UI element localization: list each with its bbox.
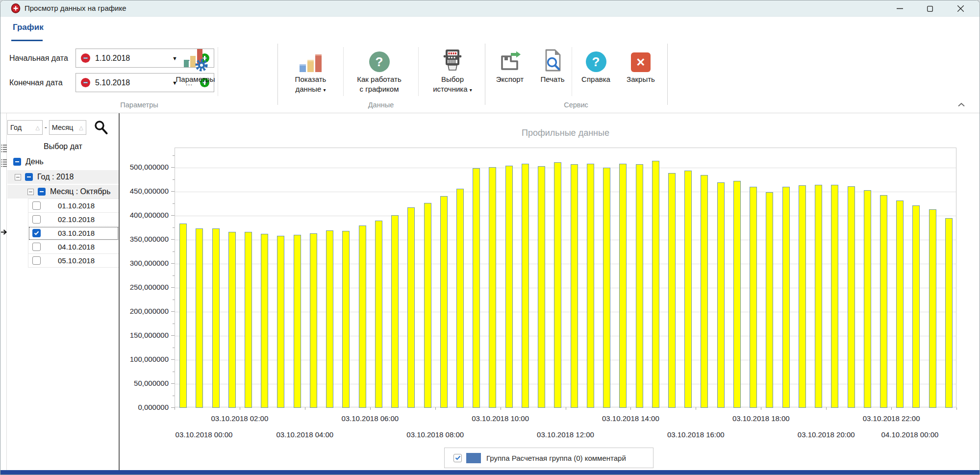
list-view-icon[interactable] [1, 159, 7, 167]
y-axis-minor-tick [173, 275, 175, 276]
tree-year-label: Год : 2018 [37, 173, 74, 181]
collapse-ribbon-button[interactable] [956, 101, 966, 108]
tree-item-day[interactable]: День [7, 155, 119, 169]
how-to-label-1: Как работать [357, 75, 402, 83]
parameters-label: Параметры [176, 75, 215, 83]
ribbon: График Начальная дата 1.10.2018 ▼ … Коне… [0, 17, 980, 113]
list-view-icon[interactable] [1, 144, 7, 152]
bar [912, 205, 920, 408]
date-checkbox[interactable] [32, 215, 41, 224]
legend[interactable]: Группа Расчетная группа (0) комментарй [444, 448, 653, 468]
x-axis-tick [175, 407, 175, 410]
show-data-button[interactable]: Показать данные ▾ [280, 45, 341, 95]
sort-asc-icon[interactable]: △ [36, 125, 40, 131]
help-button[interactable]: ? Справка [575, 45, 617, 84]
collapse-node-icon[interactable] [15, 174, 21, 180]
close-icon [957, 5, 964, 12]
maximize-button[interactable] [915, 0, 945, 17]
start-date-value: 1.10.2018 [95, 54, 172, 63]
window-bottom-edge [0, 470, 980, 475]
bar [701, 175, 708, 408]
tristate-checkbox[interactable] [13, 158, 21, 166]
export-button[interactable]: Экспорт [488, 45, 531, 84]
minimize-button[interactable] [884, 0, 915, 17]
divider [343, 47, 344, 96]
bar [326, 230, 333, 408]
y-axis-tick [171, 287, 175, 288]
start-date-label: Начальная дата [9, 49, 68, 68]
gridline [175, 288, 956, 288]
bar [733, 181, 741, 408]
bar [261, 234, 268, 408]
gridline [175, 360, 956, 360]
remove-date-icon[interactable] [81, 78, 90, 87]
help-circle-icon: ? [344, 45, 415, 72]
legend-color-swatch [466, 453, 481, 463]
how-to-button[interactable]: ? Как работать с графиком [344, 45, 415, 94]
bar [277, 236, 284, 408]
date-checkbox[interactable] [32, 256, 41, 265]
bar [375, 221, 382, 408]
y-axis-tick [171, 167, 175, 168]
gridline [175, 168, 956, 168]
bar [929, 209, 936, 408]
main-area: Год △ - Месяц △ Выбор дат День [0, 113, 980, 470]
close-button[interactable] [945, 0, 976, 17]
sort-field-year[interactable]: Год △ [7, 120, 43, 135]
y-axis-tick [171, 263, 175, 264]
tree-item-year[interactable]: Год : 2018 [7, 170, 119, 184]
print-button[interactable]: Печать [532, 45, 573, 84]
date-checkbox[interactable] [32, 229, 41, 237]
maximize-icon [927, 6, 933, 12]
y-axis-tick [171, 191, 175, 192]
bar [603, 168, 610, 408]
bar [505, 166, 513, 408]
y-axis-minor-tick [173, 251, 175, 252]
x-axis-tick [761, 407, 761, 410]
minimize-icon [897, 5, 903, 12]
gridline [175, 192, 956, 192]
remove-date-icon[interactable] [81, 53, 90, 63]
end-date-value: 5.10.2018 [95, 78, 172, 87]
question-circle-icon: ? [575, 45, 617, 72]
close-x-icon: ✕ [619, 45, 662, 72]
export-icon [488, 45, 531, 72]
date-checkbox[interactable] [32, 201, 41, 210]
date-checkbox[interactable] [32, 243, 41, 251]
chart-settings-icon [172, 45, 219, 72]
source-select-button[interactable]: Выбор источника ▾ [421, 45, 484, 95]
sidebar-strip [0, 113, 7, 470]
y-axis-minor-tick [173, 227, 175, 228]
bar [896, 200, 904, 408]
y-axis-minor-tick [173, 372, 175, 372]
x-axis-tick [435, 407, 436, 410]
y-axis-minor-tick [173, 203, 175, 204]
divider [218, 47, 218, 96]
close-app-button[interactable]: ✕ Закрыть [619, 45, 662, 84]
bar [196, 228, 203, 408]
tristate-checkbox[interactable] [25, 173, 33, 181]
collapse-node-icon[interactable] [27, 189, 34, 195]
bar [587, 164, 594, 408]
meter-icon [421, 45, 484, 72]
tristate-checkbox[interactable] [38, 188, 46, 196]
legend-checkbox[interactable] [453, 454, 462, 462]
tab-grafik[interactable]: График [13, 23, 44, 32]
y-axis-tick [171, 311, 175, 312]
parameters-button[interactable]: Параметры [172, 45, 219, 84]
chevron-down-icon: ▾ [470, 87, 472, 93]
how-to-label-2: с графиком [360, 85, 399, 93]
x-axis-label: 03.10.2018 16:00 [667, 430, 725, 440]
sort-field-month[interactable]: Месяц △ [49, 120, 86, 135]
chart-panel: Профильные данные 0,00000050,000000100,0… [120, 113, 980, 470]
y-axis-tick [171, 359, 175, 360]
y-axis-minor-tick [173, 348, 175, 348]
sort-asc-icon[interactable]: △ [79, 125, 83, 131]
bar [799, 185, 806, 408]
x-axis-tick [240, 407, 240, 410]
bar [766, 192, 773, 408]
bar [619, 164, 627, 408]
search-icon[interactable] [93, 120, 108, 135]
plot-area [175, 148, 956, 407]
tree-item-month[interactable]: Месяц : Октябрь [7, 185, 119, 199]
